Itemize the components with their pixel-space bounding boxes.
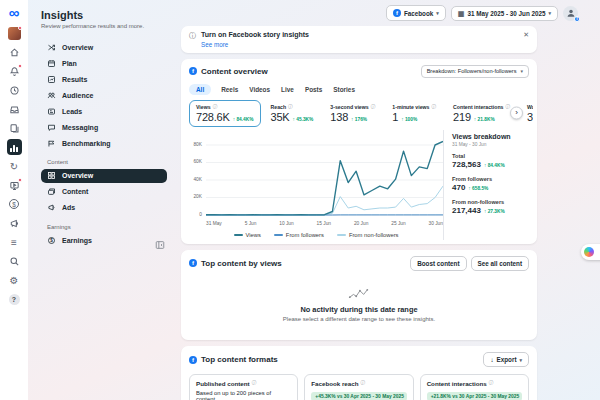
- meta-business-suite-app: ∞ ↻ $ ≡ ⚙ ? Insights Review performance …: [0, 0, 600, 400]
- refresh-clock-icon[interactable]: ↻: [7, 159, 22, 173]
- metric-label: Reach: [271, 104, 287, 110]
- meta-logo-icon[interactable]: ∞: [7, 5, 22, 21]
- insights-bar-chart-icon[interactable]: [7, 140, 22, 154]
- sidebar-item-benchmarking[interactable]: Benchmarking: [41, 136, 167, 151]
- tab-stories[interactable]: Stories: [332, 84, 356, 95]
- sidebar-item-content-overview[interactable]: Overview: [41, 169, 167, 184]
- ads-megaphone-icon: [47, 203, 56, 212]
- up-arrow-icon: ↑: [484, 163, 486, 168]
- format-card-published-content: Published contentⓘ Based on up to 200 pi…: [189, 374, 298, 400]
- inbox-icon[interactable]: [7, 102, 22, 116]
- meta-ai-button[interactable]: [581, 244, 600, 260]
- home-icon[interactable]: [7, 45, 22, 59]
- up-arrow-icon: ↑: [351, 117, 353, 122]
- info-icon[interactable]: ⓘ: [360, 380, 365, 387]
- metric-card-views[interactable]: Viewsⓘ 728.6K↑ 84.4K%: [189, 100, 261, 127]
- x-axis-labels: 31 May 5 Jun 10 Jun 15 Jun 20 Jun 25 Jun…: [206, 221, 443, 226]
- top-content-buttons: Boost content See all content: [410, 256, 529, 271]
- sidebar-item-content[interactable]: Content: [41, 185, 167, 200]
- delta-value: 84.4K%: [488, 163, 505, 168]
- bell-icon[interactable]: [7, 64, 22, 78]
- no-activity-sparkline-icon: [347, 287, 371, 300]
- delta-value: 84.4K%: [236, 117, 253, 122]
- metric-label: Watch time: [527, 104, 534, 110]
- dollar-glyph: $: [9, 199, 19, 209]
- metric-value: 138: [330, 111, 348, 123]
- sidebar-item-ads[interactable]: Ads: [41, 201, 167, 216]
- facebook-icon: f: [189, 67, 197, 75]
- clock-icon[interactable]: [7, 83, 22, 97]
- monetization-dollar-icon[interactable]: $: [7, 197, 22, 211]
- sidebar-item-earnings[interactable]: $Earnings: [41, 233, 167, 248]
- help-icon[interactable]: ?: [7, 292, 22, 306]
- x-tick: 25 Jun: [391, 221, 405, 226]
- info-icon[interactable]: ⓘ: [252, 380, 257, 387]
- metric-card-content-interactions[interactable]: Content interactionsⓘ 219↑ 21.8K%: [446, 100, 517, 127]
- platform-label: Facebook: [404, 10, 433, 17]
- breakdown-row-total: Total 728,563↑ 84.4K%: [452, 153, 529, 170]
- metric-label: Content interactions: [453, 104, 503, 110]
- format-card-title: Content interactions: [427, 380, 487, 387]
- sidebar-item-leads[interactable]: Leads: [41, 104, 167, 119]
- business-avatar[interactable]: [7, 26, 22, 40]
- sidebar-item-results[interactable]: Results: [41, 72, 167, 87]
- ads-icon[interactable]: [7, 178, 22, 192]
- section-title-label: Top content by views: [201, 259, 282, 268]
- series-swatch: [234, 234, 243, 236]
- sidebar-section-content: Content: [47, 159, 167, 165]
- breakdown-label: From non-followers: [452, 199, 529, 205]
- info-icon[interactable]: ⓘ: [489, 380, 494, 387]
- info-icon[interactable]: ⓘ: [431, 104, 436, 110]
- y-tick: 40K: [193, 177, 202, 182]
- panel-subtitle: 31 May - 30 Jun: [452, 142, 529, 147]
- metric-card-reach[interactable]: Reachⓘ 35K↑ 45.3K%: [264, 100, 321, 127]
- boost-content-button[interactable]: Boost content: [410, 256, 466, 271]
- breakdown-delta: ↑ 27.3K%: [484, 209, 505, 214]
- info-icon[interactable]: ⓘ: [371, 104, 376, 110]
- see-all-content-button[interactable]: See all content: [471, 256, 529, 271]
- search-icon[interactable]: [7, 254, 22, 268]
- legend-item-from-non-followers[interactable]: From non-followers: [337, 232, 399, 238]
- main-content: f Facebook ▾ ▦ 31 May 2025 - 30 Jun 2025…: [175, 0, 600, 400]
- sidebar-item-messaging[interactable]: Messaging: [41, 120, 167, 135]
- date-range-button[interactable]: ▦ 31 May 2025 - 30 Jun 2025 ▾: [451, 6, 558, 21]
- format-card-facebook-reach: Facebook reachⓘ +45.3K% vs 30 Apr 2025 -…: [304, 374, 413, 400]
- breakdown-dropdown[interactable]: Breakdown: Followers/non-followers ▾: [421, 65, 529, 78]
- tab-reels[interactable]: Reels: [220, 84, 239, 95]
- see-more-link[interactable]: See more: [201, 41, 309, 48]
- sidebar-item-label: Overview: [62, 44, 93, 51]
- collapse-sidebar-icon[interactable]: [155, 236, 165, 254]
- format-card-subtitle: Based on up to 200 pieces of content: [196, 390, 291, 400]
- info-icon[interactable]: ⓘ: [506, 104, 511, 110]
- sidebar-item-plan[interactable]: Plan: [41, 56, 167, 71]
- banner-text: Turn on Facebook story insights See more: [201, 31, 309, 48]
- platform-selector-button[interactable]: f Facebook ▾: [386, 5, 446, 21]
- profile-switcher-button[interactable]: f: [563, 6, 578, 21]
- metric-card-1-minute-views[interactable]: 1-minute viewsⓘ 1↑ 100%: [385, 100, 443, 127]
- breakdown-value: 217,443: [452, 206, 481, 215]
- metric-value: 219: [453, 111, 471, 123]
- legend-item-from-followers[interactable]: From followers: [274, 232, 324, 238]
- more-menu-icon[interactable]: ≡: [7, 235, 22, 249]
- megaphone-icon[interactable]: [7, 216, 22, 230]
- gear-icon[interactable]: ⚙: [7, 273, 22, 287]
- top-content-by-views-card: f Top content by views Boost content See…: [181, 250, 537, 341]
- tab-videos[interactable]: Videos: [248, 84, 271, 95]
- metrics-scroll-right-button[interactable]: ›: [510, 107, 523, 120]
- legend-item-views[interactable]: Views: [234, 232, 261, 238]
- svg-text:$: $: [50, 238, 53, 243]
- close-icon[interactable]: ✕: [523, 31, 529, 39]
- legend-label: From followers: [286, 232, 324, 238]
- metric-card-3-second-views[interactable]: 3-second viewsⓘ 138↑ 176%: [323, 100, 382, 127]
- export-button[interactable]: ↓ Export ▾: [483, 352, 529, 367]
- info-icon[interactable]: ⓘ: [213, 104, 218, 110]
- sidebar-item-overview[interactable]: Overview: [41, 40, 167, 55]
- tab-live[interactable]: Live: [280, 84, 295, 95]
- series-swatch: [337, 234, 346, 236]
- tab-all[interactable]: All: [189, 84, 211, 95]
- up-arrow-icon: ↑: [233, 117, 235, 122]
- info-icon[interactable]: ⓘ: [288, 104, 293, 110]
- sidebar-item-audience[interactable]: Audience: [41, 88, 167, 103]
- tab-posts[interactable]: Posts: [304, 84, 323, 95]
- pages-icon[interactable]: [7, 121, 22, 135]
